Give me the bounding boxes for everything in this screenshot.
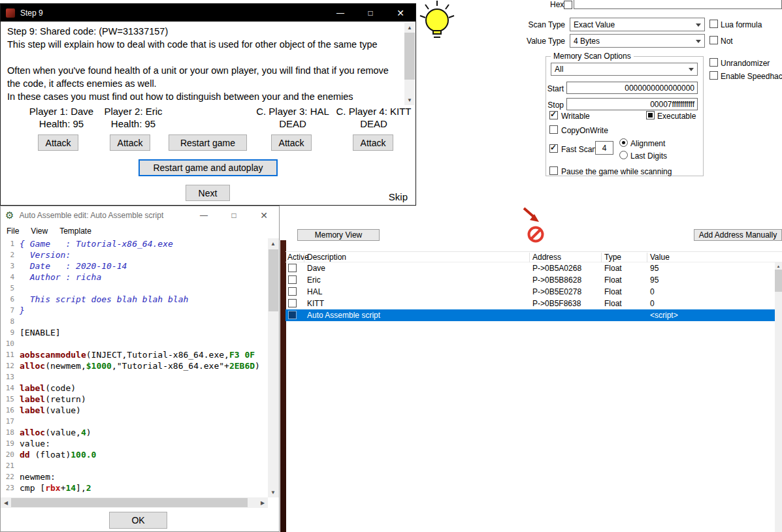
start-address-input[interactable]: 0000000000000000 bbox=[566, 82, 698, 94]
executable-checkbox[interactable] bbox=[646, 111, 655, 119]
menu-view[interactable]: View bbox=[25, 225, 54, 238]
active-checkbox[interactable] bbox=[288, 287, 297, 296]
code-line[interactable]: This script does blah blah blah bbox=[20, 294, 269, 305]
address-row[interactable]: KITTP->0B5F8638Float0 bbox=[285, 298, 775, 309]
memory-view-button[interactable]: Memory View bbox=[297, 229, 380, 241]
scroll-up-icon[interactable]: ▲ bbox=[404, 22, 415, 33]
active-checkbox[interactable] bbox=[288, 264, 297, 272]
header-value[interactable]: Value bbox=[650, 253, 670, 262]
scrollbar-thumb[interactable] bbox=[11, 498, 248, 507]
code-line[interactable]: label(value) bbox=[20, 405, 269, 416]
code-line[interactable]: value: bbox=[20, 438, 269, 449]
code-line[interactable]: cmp [rbx+14],2 bbox=[20, 482, 269, 493]
text-scrollbar[interactable]: ▲ ▼ bbox=[404, 22, 415, 105]
close-button[interactable]: ✕ bbox=[385, 4, 415, 22]
scan-region-dropdown[interactable]: All bbox=[551, 63, 698, 76]
editor-vertical-scrollbar[interactable]: ▲ ▼ bbox=[268, 238, 279, 497]
ok-button[interactable]: OK bbox=[109, 512, 167, 529]
header-description[interactable]: Description bbox=[307, 253, 346, 262]
line-number: 3 bbox=[1, 260, 18, 272]
code-line[interactable] bbox=[20, 416, 269, 427]
code-line[interactable] bbox=[20, 338, 269, 349]
line-number: 23 bbox=[1, 482, 18, 493]
writable-checkbox[interactable] bbox=[549, 111, 558, 119]
code-line[interactable] bbox=[20, 316, 269, 327]
scrollbar-thumb[interactable] bbox=[404, 33, 415, 80]
address-row[interactable]: HALP->0B5E0278Float0 bbox=[285, 286, 775, 298]
editor-horizontal-scrollbar[interactable]: ◀ ▶ bbox=[1, 497, 268, 508]
scroll-down-icon[interactable]: ▼ bbox=[404, 95, 415, 105]
code-line[interactable]: alloc(newmem,$1000,"Tutorial-x86_64.exe"… bbox=[20, 360, 269, 371]
maximize-button[interactable]: □ bbox=[355, 4, 385, 22]
restart-autoplay-button[interactable]: Restart game and autoplay bbox=[138, 159, 278, 176]
address-list-scrollbar[interactable]: ▲ bbox=[775, 262, 782, 532]
player-3-block: C. Player 3: HAL DEAD bbox=[253, 105, 333, 130]
cell-address: P->0B5F8638 bbox=[532, 299, 581, 308]
active-checkbox[interactable] bbox=[288, 299, 297, 307]
code-line[interactable]: { Game : Tutorial-x86_64.exe bbox=[20, 238, 269, 249]
alignment-radio[interactable] bbox=[619, 138, 628, 147]
pause-while-scanning-checkbox[interactable] bbox=[549, 166, 558, 175]
code-line[interactable]: alloc(value,4) bbox=[20, 427, 269, 438]
scrollbar-thumb[interactable] bbox=[269, 249, 278, 311]
code-line[interactable]: Author : richa bbox=[20, 272, 269, 283]
minimize-button[interactable]: — bbox=[325, 4, 355, 22]
value-type-label: Value Type bbox=[493, 37, 565, 46]
skip-link[interactable]: Skip bbox=[389, 191, 408, 202]
code-line[interactable] bbox=[20, 371, 269, 383]
stop-address-input[interactable]: 00007fffffffffff bbox=[566, 98, 698, 110]
header-address[interactable]: Address bbox=[532, 253, 561, 262]
lua-formula-checkbox[interactable] bbox=[709, 20, 718, 28]
code-editor-lines[interactable]: { Game : Tutorial-x86_64.exe Version: Da… bbox=[20, 238, 269, 497]
copyonwrite-checkbox[interactable] bbox=[549, 125, 558, 134]
active-checkbox[interactable] bbox=[288, 311, 297, 319]
no-process-icon[interactable] bbox=[527, 225, 545, 243]
value-input[interactable] bbox=[574, 0, 782, 9]
minimize-button[interactable]: — bbox=[189, 206, 219, 224]
code-line[interactable] bbox=[20, 283, 269, 294]
fast-scan-value-input[interactable]: 4 bbox=[595, 141, 613, 155]
enable-speedhack-checkbox[interactable] bbox=[709, 71, 718, 80]
address-row[interactable]: EricP->0B5B8628Float95 bbox=[285, 274, 775, 286]
value-type-dropdown[interactable]: 4 Bytes bbox=[570, 34, 705, 48]
address-row[interactable]: Auto Assemble script<script> bbox=[285, 309, 775, 321]
scan-type-dropdown[interactable]: Exact Value bbox=[570, 18, 705, 31]
scrollbar-thumb[interactable] bbox=[775, 270, 782, 292]
scroll-up-icon[interactable]: ▲ bbox=[775, 262, 782, 270]
unrandomizer-checkbox[interactable] bbox=[709, 58, 718, 67]
last-digits-radio[interactable] bbox=[619, 151, 628, 159]
close-button[interactable]: ✕ bbox=[249, 206, 279, 224]
add-address-manually-button[interactable]: Add Address Manually bbox=[694, 229, 782, 241]
restart-game-button[interactable]: Restart game bbox=[169, 134, 247, 151]
code-line[interactable]: Version: bbox=[20, 249, 269, 260]
select-process-arrow-icon[interactable] bbox=[521, 206, 541, 223]
scroll-down-icon[interactable]: ▼ bbox=[268, 487, 278, 497]
not-checkbox[interactable] bbox=[709, 36, 718, 44]
code-line[interactable]: } bbox=[20, 305, 269, 316]
scroll-left-icon[interactable]: ◀ bbox=[1, 497, 11, 508]
attack-button-4[interactable]: Attack bbox=[353, 134, 393, 151]
menu-file[interactable]: File bbox=[1, 225, 25, 238]
active-checkbox[interactable] bbox=[288, 275, 297, 284]
maximize-button[interactable]: □ bbox=[219, 206, 249, 224]
code-line[interactable]: aobscanmodule(INJECT,Tutorial-x86_64.exe… bbox=[20, 349, 269, 360]
scroll-up-icon[interactable]: ▲ bbox=[268, 238, 278, 249]
attack-button-3[interactable]: Attack bbox=[271, 134, 312, 151]
next-button[interactable]: Next bbox=[186, 185, 230, 201]
code-line[interactable]: Date : 2020-10-14 bbox=[20, 260, 269, 272]
code-line[interactable]: [ENABLE] bbox=[20, 327, 269, 338]
code-line[interactable]: dd (float)100.0 bbox=[20, 449, 269, 460]
fast-scan-checkbox[interactable] bbox=[549, 144, 558, 153]
scroll-right-icon[interactable]: ▶ bbox=[257, 497, 268, 508]
header-type[interactable]: Type bbox=[604, 253, 621, 262]
header-active[interactable]: Active bbox=[287, 253, 309, 262]
code-line[interactable]: label(code) bbox=[20, 383, 269, 394]
code-line[interactable] bbox=[20, 460, 269, 471]
attack-button-2[interactable]: Attack bbox=[110, 134, 150, 151]
address-row[interactable]: DaveP->0B5A0268Float95 bbox=[285, 262, 775, 274]
menu-template[interactable]: Template bbox=[54, 225, 97, 238]
code-line[interactable]: label(return) bbox=[20, 394, 269, 405]
attack-button-1[interactable]: Attack bbox=[38, 134, 78, 151]
hex-checkbox[interactable] bbox=[564, 1, 572, 9]
code-line[interactable]: newmem: bbox=[20, 471, 269, 482]
